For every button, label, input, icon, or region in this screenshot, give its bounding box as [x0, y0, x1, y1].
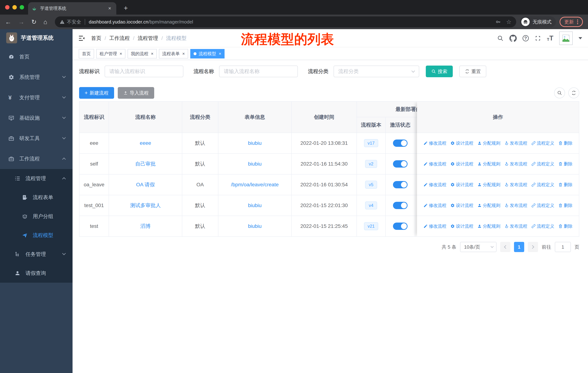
sidebar-item-task-manage[interactable]: 任务管理 [0, 245, 73, 264]
assign-rule-link[interactable]: 分配规则 [477, 161, 500, 167]
delete-link[interactable]: 删除 [558, 202, 573, 208]
publish-process-link[interactable]: 发布流程 [504, 140, 527, 146]
tag-my-process[interactable]: 我的流程× [128, 49, 157, 59]
sidebar-item-workflow[interactable]: 工作流程 [0, 149, 73, 169]
font-size-icon[interactable]: TT [547, 35, 553, 41]
reset-button[interactable]: 重置 [459, 66, 486, 77]
process-definition-link[interactable]: 流程定义 [531, 202, 554, 208]
password-key-icon[interactable] [495, 19, 501, 25]
active-toggle[interactable] [393, 222, 408, 230]
process-name-link[interactable]: OA 请假 [136, 181, 155, 188]
refresh-table-button[interactable] [568, 87, 579, 98]
publish-process-link[interactable]: 发布流程 [504, 223, 527, 229]
close-icon[interactable]: × [151, 51, 153, 56]
sidebar-item-leave-query[interactable]: 请假查询 [0, 264, 73, 283]
process-category-select[interactable]: 流程分类 [334, 66, 419, 77]
help-icon[interactable]: ? [523, 35, 529, 41]
tag-tenant[interactable]: 租户管理× [96, 49, 126, 59]
delete-link[interactable]: 删除 [558, 223, 573, 229]
home-icon[interactable]: ⌂ [43, 19, 47, 25]
form-info-link[interactable]: biubiu [248, 202, 262, 208]
breadcrumb-process-manage[interactable]: 流程管理 [138, 35, 158, 42]
toggle-search-button[interactable] [554, 87, 565, 98]
process-definition-link[interactable]: 流程定义 [531, 223, 554, 229]
sidebar-item-system[interactable]: 系统管理 [0, 67, 73, 87]
github-icon[interactable] [509, 35, 517, 42]
assign-rule-link[interactable]: 分配规则 [477, 140, 500, 146]
active-toggle[interactable] [393, 181, 408, 188]
close-icon[interactable]: × [182, 51, 185, 56]
page-1-button[interactable]: 1 [514, 242, 524, 252]
assign-rule-link[interactable]: 分配规则 [477, 202, 500, 208]
window-zoom-button[interactable] [20, 5, 24, 10]
process-name-link[interactable]: 测试多审批人 [130, 202, 161, 209]
search-icon[interactable] [497, 35, 504, 41]
avatar[interactable] [559, 31, 573, 45]
close-icon[interactable]: × [120, 51, 122, 56]
security-label[interactable]: 不安全 [67, 19, 81, 25]
active-toggle[interactable] [393, 140, 408, 147]
goto-page-input[interactable] [555, 242, 571, 252]
process-key-input[interactable] [105, 66, 183, 77]
modify-process-link[interactable]: 修改流程 [423, 182, 446, 188]
browser-tab[interactable]: 芋道管理系统 × [28, 2, 116, 15]
search-button[interactable]: 搜索 [426, 66, 453, 77]
sidebar-item-process-model[interactable]: 流程模型 [0, 226, 73, 245]
next-page-button[interactable] [528, 242, 538, 252]
back-icon[interactable]: ← [5, 19, 11, 25]
form-info-link[interactable]: biubiu [248, 140, 262, 146]
process-definition-link[interactable]: 流程定义 [531, 161, 554, 167]
breadcrumb-workflow[interactable]: 工作流程 [109, 35, 130, 42]
url-bar[interactable]: 不安全 dashboard.yudao.iocoder.cn /bpm/mana… [55, 16, 516, 27]
assign-rule-link[interactable]: 分配规则 [477, 223, 500, 229]
tag-process-model[interactable]: 流程模型× [190, 49, 225, 59]
forward-icon[interactable]: → [18, 19, 24, 25]
assign-rule-link[interactable]: 分配规则 [477, 182, 500, 188]
delete-link[interactable]: 删除 [558, 161, 573, 167]
design-process-link[interactable]: 设计流程 [450, 182, 473, 188]
delete-link[interactable]: 删除 [558, 182, 573, 188]
create-process-button[interactable]: + 新建流程 [79, 87, 114, 99]
design-process-link[interactable]: 设计流程 [450, 161, 473, 167]
design-process-link[interactable]: 设计流程 [450, 140, 473, 146]
process-name-link[interactable]: 滔博 [140, 223, 151, 230]
sidebar-item-user-group[interactable]: 用户分组 [0, 207, 73, 226]
sidebar-item-process-manage[interactable]: 流程管理 [0, 169, 73, 188]
avatar-caret-down-icon[interactable] [578, 37, 582, 39]
menu-dots-icon[interactable] [577, 20, 578, 24]
sidebar-item-process-form[interactable]: 流程表单 [0, 188, 73, 207]
breadcrumb-home[interactable]: 首页 [91, 35, 101, 42]
page-size-select[interactable]: 10条/页 [460, 242, 496, 252]
publish-process-link[interactable]: 发布流程 [504, 182, 527, 188]
publish-process-link[interactable]: 发布流程 [504, 161, 527, 167]
sidebar-item-payment[interactable]: ¥ 支付管理 [0, 87, 73, 108]
tab-close-icon[interactable]: × [107, 5, 113, 11]
process-definition-link[interactable]: 流程定义 [531, 140, 554, 146]
process-name-link[interactable]: 自己审批 [135, 161, 156, 167]
chrome-update-button[interactable]: 更新 [560, 17, 583, 27]
new-tab-button[interactable]: + [121, 3, 130, 13]
delete-link[interactable]: 删除 [558, 140, 573, 146]
import-process-button[interactable]: 导入流程 [118, 87, 154, 99]
bookmark-star-icon[interactable]: ☆ [506, 18, 511, 25]
publish-process-link[interactable]: 发布流程 [504, 202, 527, 208]
window-minimize-button[interactable] [12, 5, 17, 10]
fullscreen-icon[interactable] [535, 35, 541, 41]
sidebar-item-infra[interactable]: 基础设施 [0, 108, 73, 128]
modify-process-link[interactable]: 修改流程 [423, 140, 446, 146]
process-name-link[interactable]: eeee [140, 140, 151, 146]
process-name-input[interactable] [219, 66, 298, 77]
close-icon[interactable]: × [219, 51, 221, 56]
active-toggle[interactable] [393, 160, 408, 168]
modify-process-link[interactable]: 修改流程 [423, 202, 446, 208]
sidebar-item-devtools[interactable]: 研发工具 [0, 128, 73, 149]
form-info-link[interactable]: /bpm/oa/leave/create [231, 182, 279, 188]
prev-page-button[interactable] [500, 242, 510, 252]
form-info-link[interactable]: biubiu [248, 161, 262, 167]
form-info-link[interactable]: biubiu [248, 223, 262, 229]
active-toggle[interactable] [393, 202, 408, 209]
modify-process-link[interactable]: 修改流程 [423, 223, 446, 229]
tag-home[interactable]: 首页 [79, 49, 94, 59]
process-definition-link[interactable]: 流程定义 [531, 182, 554, 188]
reload-icon[interactable]: ↻ [31, 19, 37, 25]
